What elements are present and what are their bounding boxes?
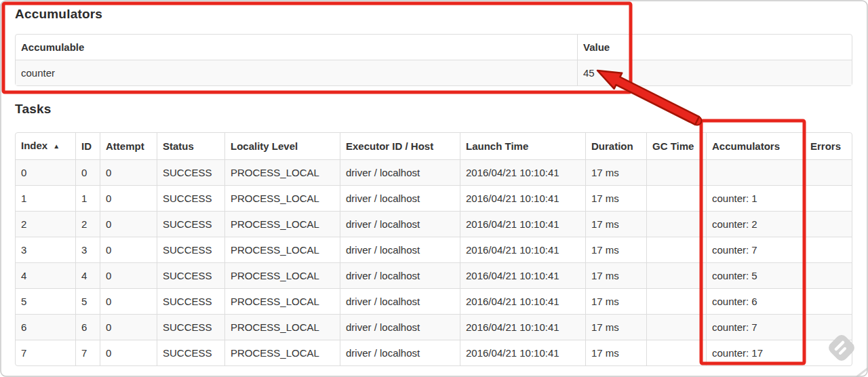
table-cell: 17 ms bbox=[585, 262, 646, 288]
table-cell: 0 bbox=[100, 237, 157, 262]
tasks-column-header-gc-time[interactable]: GC Time bbox=[646, 133, 706, 159]
table-cell: PROCESS_LOCAL bbox=[224, 211, 340, 237]
tasks-column-header-accumulators[interactable]: Accumulators bbox=[706, 133, 804, 159]
tasks-table-row: 770SUCCESSPROCESS_LOCALdriver / localhos… bbox=[16, 340, 852, 365]
table-cell: counter: 7 bbox=[706, 237, 804, 262]
table-cell: PROCESS_LOCAL bbox=[224, 314, 340, 340]
table-cell: 2 bbox=[16, 211, 75, 237]
tasks-table-row: 440SUCCESSPROCESS_LOCALdriver / localhos… bbox=[16, 262, 852, 288]
column-label: Errors bbox=[810, 140, 841, 152]
table-cell: driver / localhost bbox=[340, 185, 460, 211]
table-cell: SUCCESS bbox=[157, 262, 224, 288]
table-cell: PROCESS_LOCAL bbox=[224, 340, 340, 365]
table-cell bbox=[646, 237, 706, 262]
table-cell: 3 bbox=[75, 237, 100, 262]
table-cell: 45 bbox=[577, 60, 852, 85]
table-cell: 17 ms bbox=[585, 237, 646, 262]
table-cell: 2 bbox=[75, 211, 100, 237]
table-cell bbox=[804, 211, 852, 237]
column-label: Launch Time bbox=[466, 140, 528, 152]
table-cell: SUCCESS bbox=[157, 314, 224, 340]
tasks-column-header-duration[interactable]: Duration bbox=[585, 133, 646, 159]
table-cell: 17 ms bbox=[585, 288, 646, 314]
table-cell: 5 bbox=[75, 288, 100, 314]
accumulators-table-body: counter45 bbox=[16, 60, 852, 85]
table-cell: driver / localhost bbox=[340, 288, 460, 314]
table-cell: 2016/04/21 10:10:41 bbox=[460, 211, 585, 237]
table-cell: 0 bbox=[100, 185, 157, 211]
tasks-column-header-locality-level[interactable]: Locality Level bbox=[224, 133, 340, 159]
table-cell: SUCCESS bbox=[157, 288, 224, 314]
table-cell bbox=[804, 237, 852, 262]
tasks-column-header-attempt[interactable]: Attempt bbox=[100, 133, 157, 159]
table-cell bbox=[804, 314, 852, 340]
table-cell: PROCESS_LOCAL bbox=[224, 159, 340, 185]
table-cell: counter: 7 bbox=[706, 314, 804, 340]
table-cell bbox=[646, 314, 706, 340]
table-cell: SUCCESS bbox=[157, 159, 224, 185]
table-cell: counter: 5 bbox=[706, 262, 804, 288]
tasks-table-body: 000SUCCESSPROCESS_LOCALdriver / localhos… bbox=[16, 159, 852, 365]
table-cell bbox=[646, 340, 706, 365]
table-cell: PROCESS_LOCAL bbox=[224, 262, 340, 288]
table-cell: 0 bbox=[100, 262, 157, 288]
table-cell: 2016/04/21 10:10:41 bbox=[460, 237, 585, 262]
tasks-heading: Tasks bbox=[15, 102, 51, 117]
tasks-table-row: 000SUCCESSPROCESS_LOCALdriver / localhos… bbox=[16, 159, 852, 185]
table-cell: SUCCESS bbox=[157, 237, 224, 262]
table-cell: PROCESS_LOCAL bbox=[224, 237, 340, 262]
tasks-column-header-errors[interactable]: Errors bbox=[804, 133, 852, 159]
tasks-column-header-executor-id-host[interactable]: Executor ID / Host bbox=[340, 133, 460, 159]
table-cell bbox=[804, 185, 852, 211]
table-cell: 6 bbox=[16, 314, 75, 340]
table-cell: 5 bbox=[16, 288, 75, 314]
table-cell: 0 bbox=[100, 211, 157, 237]
table-cell: counter bbox=[16, 60, 577, 85]
column-label: Executor ID / Host bbox=[346, 140, 433, 152]
column-label: Value bbox=[583, 41, 610, 53]
table-cell: 0 bbox=[100, 288, 157, 314]
tasks-column-header-status[interactable]: Status bbox=[157, 133, 224, 159]
tasks-table: Index▲IDAttemptStatusLocality LevelExecu… bbox=[15, 132, 852, 366]
table-cell: 4 bbox=[16, 262, 75, 288]
table-cell: driver / localhost bbox=[340, 211, 460, 237]
table-cell: 6 bbox=[75, 314, 100, 340]
table-cell bbox=[646, 185, 706, 211]
column-label: Locality Level bbox=[231, 140, 298, 152]
tasks-table-row: 220SUCCESSPROCESS_LOCALdriver / localhos… bbox=[16, 211, 852, 237]
table-cell: counter: 6 bbox=[706, 288, 804, 314]
table-cell: counter: 1 bbox=[706, 185, 804, 211]
table-cell: 0 bbox=[100, 340, 157, 365]
table-cell bbox=[804, 340, 852, 365]
table-cell: PROCESS_LOCAL bbox=[224, 185, 340, 211]
table-cell bbox=[646, 211, 706, 237]
sort-ascending-icon: ▲ bbox=[53, 142, 60, 150]
table-cell bbox=[646, 159, 706, 185]
table-cell: 17 ms bbox=[585, 340, 646, 365]
table-cell: driver / localhost bbox=[340, 314, 460, 340]
accumulators-table: AccumulableValue counter45 bbox=[15, 34, 852, 86]
table-cell bbox=[804, 288, 852, 314]
table-cell: counter: 2 bbox=[706, 211, 804, 237]
table-cell: 0 bbox=[75, 159, 100, 185]
table-cell: PROCESS_LOCAL bbox=[224, 288, 340, 314]
accumulators-column-header-value[interactable]: Value bbox=[577, 35, 852, 60]
table-cell: 2016/04/21 10:10:41 bbox=[460, 185, 585, 211]
table-cell bbox=[706, 159, 804, 185]
accumulators-heading: Accumulators bbox=[15, 7, 102, 22]
column-label: ID bbox=[81, 140, 92, 152]
accumulators-column-header-accumulable[interactable]: Accumulable bbox=[16, 35, 577, 60]
annotation-arrow-tail bbox=[693, 117, 702, 125]
column-label: Status bbox=[163, 140, 194, 152]
table-cell: 4 bbox=[75, 262, 100, 288]
tasks-column-header-id[interactable]: ID bbox=[75, 133, 100, 159]
table-cell: 0 bbox=[100, 314, 157, 340]
watermark-corner-line bbox=[856, 368, 868, 377]
tasks-column-header-launch-time[interactable]: Launch Time bbox=[460, 133, 585, 159]
table-cell: 17 ms bbox=[585, 211, 646, 237]
table-cell: 7 bbox=[16, 340, 75, 365]
tasks-column-header-index[interactable]: Index▲ bbox=[16, 133, 75, 159]
table-cell: 2016/04/21 10:10:41 bbox=[460, 340, 585, 365]
table-cell: 3 bbox=[16, 237, 75, 262]
table-cell: 2016/04/21 10:10:41 bbox=[460, 262, 585, 288]
